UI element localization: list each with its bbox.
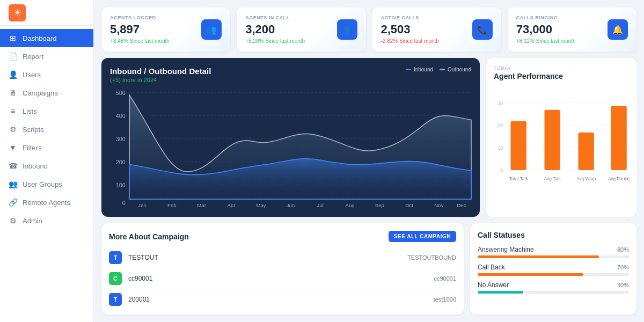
chart-title: Inbound / Outbound Detail xyxy=(110,67,211,76)
progress-bar-answering_machine xyxy=(478,255,629,258)
stat-change-agents_in_call: +5.20% Since last month xyxy=(245,38,305,44)
stat-icon-agents_in_call: 👤 xyxy=(337,19,357,40)
stat-value-agents_logged: 5,897 xyxy=(110,23,170,36)
call-statuses-section: Call Statuses Answering Machine 80% Call… xyxy=(470,223,636,314)
scripts-icon: ⚙ xyxy=(9,125,17,134)
sidebar-item-report[interactable]: 📄 Report xyxy=(0,47,93,65)
bottom-row: More About Campaign SEE ALL CAMPAIGN T T… xyxy=(101,223,636,314)
sidebar-item-user_groups[interactable]: 👥 User Groups xyxy=(0,175,93,193)
campaigns-icon: 🖥 xyxy=(9,89,17,97)
sidebar-item-campaigns[interactable]: 🖥 Campaigns xyxy=(0,84,93,102)
campaign-header: More About Campaign SEE ALL CAMPAIGN xyxy=(109,231,456,242)
sidebar-nav: ⊞ Dashboard📄 Report👤 Users🖥 Campaigns≡ L… xyxy=(0,26,93,322)
progress-fill-no_answer xyxy=(478,291,523,294)
stat-card-calls_ringing: CALLS RINGING 73,000 +8.12% Since last m… xyxy=(508,8,636,52)
table-row[interactable]: T 200001 test1000 xyxy=(109,289,456,307)
legend-inbound: Inbound xyxy=(406,67,433,72)
agent-performance-section: TODAY Agent Performance 30 20 10 0 xyxy=(486,58,636,217)
svg-text:Apr: Apr xyxy=(227,203,235,208)
logo-icon: ✳ xyxy=(9,4,26,21)
svg-text:30: 30 xyxy=(497,100,503,106)
stat-label-active_calls: ACTIVE CALLS xyxy=(381,15,439,20)
svg-text:500: 500 xyxy=(116,90,126,96)
sidebar-label-remote_agents: Remote Agents xyxy=(23,199,70,207)
sidebar-item-inbound[interactable]: ☎ Inbound xyxy=(0,157,93,175)
stat-card-active_calls: ACTIVE CALLS 2,503 -2.82% Since last mon… xyxy=(372,8,501,52)
sidebar: ✳ ⊞ Dashboard📄 Report👤 Users🖥 Campaigns≡… xyxy=(0,0,94,322)
svg-text:Avg Pause: Avg Pause xyxy=(608,176,630,181)
sidebar-label-dashboard: Dashboard xyxy=(23,34,57,42)
main-content: AGENTS LOGGED 5,897 +3.48% Since last mo… xyxy=(94,0,644,322)
sidebar-item-lists[interactable]: ≡ Lists xyxy=(0,102,93,120)
status-pct-answering_machine: 80% xyxy=(617,246,629,253)
campaign-outbound: cc90001 xyxy=(434,275,456,282)
svg-text:Nov: Nov xyxy=(434,203,443,208)
lists-icon: ≡ xyxy=(9,107,17,115)
sidebar-item-scripts[interactable]: ⚙ Scripts xyxy=(0,120,93,138)
sidebar-label-admin: Admin xyxy=(23,217,42,225)
chart-area: 500 400 300 200 100 0 Jan Feb Mar Apr Ma… xyxy=(110,86,471,208)
users-icon: 👤 xyxy=(9,70,17,79)
sidebar-item-admin[interactable]: ⚙ Admin xyxy=(0,211,93,230)
svg-text:10: 10 xyxy=(497,145,503,151)
see-all-campaign-button[interactable]: SEE ALL CAMPAIGN xyxy=(389,231,456,242)
campaign-table: T TESTOUT TESTOUTBOUND C cc90001 cc90001… xyxy=(109,247,456,307)
campaign-name: cc90001 xyxy=(128,275,427,282)
progress-bar-call_back xyxy=(478,273,629,276)
svg-text:Dec: Dec xyxy=(457,203,466,208)
sidebar-item-remote_agents[interactable]: 🔗 Remote Agents xyxy=(0,193,93,211)
svg-text:20: 20 xyxy=(497,123,503,128)
svg-text:Jun: Jun xyxy=(287,203,295,208)
filters-icon: ▼ xyxy=(9,143,17,152)
svg-text:Avg Wrap: Avg Wrap xyxy=(576,176,596,181)
user_groups-icon: 👥 xyxy=(9,180,17,188)
agent-performance-title: Agent Performance xyxy=(494,72,629,80)
progress-fill-call_back xyxy=(478,273,583,276)
sidebar-label-user_groups: User Groups xyxy=(23,180,62,188)
progress-bar-no_answer xyxy=(478,291,629,294)
table-row[interactable]: T TESTOUT TESTOUTBOUND xyxy=(109,247,456,268)
legend-outbound: Outbound xyxy=(440,67,471,72)
svg-text:Sep: Sep xyxy=(375,203,384,208)
call-statuses-list: Answering Machine 80% Call Back 70% No A… xyxy=(478,246,629,299)
stat-change-active_calls: -2.82% Since last month xyxy=(381,38,439,44)
sidebar-label-filters: Filters xyxy=(23,144,41,152)
svg-text:100: 100 xyxy=(116,182,126,189)
svg-rect-34 xyxy=(611,106,626,170)
inbound-icon: ☎ xyxy=(9,162,17,170)
campaign-outbound: test1000 xyxy=(434,296,456,303)
sidebar-item-users[interactable]: 👤 Users xyxy=(0,65,93,84)
sidebar-logo: ✳ xyxy=(0,0,93,26)
stat-value-agents_in_call: 3,200 xyxy=(245,23,305,36)
svg-text:0: 0 xyxy=(500,168,503,173)
stats-row: AGENTS LOGGED 5,897 +3.48% Since last mo… xyxy=(101,8,636,52)
sidebar-item-dashboard[interactable]: ⊞ Dashboard xyxy=(0,29,93,47)
status-name-answering_machine: Answering Machine xyxy=(478,246,534,253)
stat-card-agents_logged: AGENTS LOGGED 5,897 +3.48% Since last mo… xyxy=(101,8,230,52)
status-pct-call_back: 70% xyxy=(617,264,629,270)
stat-icon-calls_ringing: 🔔 xyxy=(608,19,628,40)
campaign-section: More About Campaign SEE ALL CAMPAIGN T T… xyxy=(101,223,464,314)
stat-icon-agents_logged: 👥 xyxy=(201,19,222,40)
campaign-title: More About Campaign xyxy=(109,232,189,241)
svg-text:300: 300 xyxy=(116,136,126,142)
admin-icon: ⚙ xyxy=(9,216,17,225)
svg-text:Avg Talk: Avg Talk xyxy=(544,176,561,181)
campaign-badge: T xyxy=(109,251,122,264)
stat-change-calls_ringing: +8.12% Since last month xyxy=(516,38,576,44)
status-name-call_back: Call Back xyxy=(478,264,505,271)
svg-text:Total Talk: Total Talk xyxy=(509,176,529,181)
sidebar-item-filters[interactable]: ▼ Filters xyxy=(0,138,93,157)
table-row[interactable]: C cc90001 cc90001 xyxy=(109,268,456,289)
status-item-no_answer: No Answer 30% xyxy=(478,281,629,294)
status-name-no_answer: No Answer xyxy=(478,281,509,289)
campaign-outbound: TESTOUTBOUND xyxy=(407,254,456,261)
today-label: TODAY xyxy=(494,65,629,71)
svg-text:Jul: Jul xyxy=(317,203,324,208)
campaign-badge: C xyxy=(109,272,122,285)
status-item-call_back: Call Back 70% xyxy=(478,264,629,276)
remote_agents-icon: 🔗 xyxy=(9,198,17,207)
stat-value-calls_ringing: 73,000 xyxy=(516,23,576,36)
chart-legend: Inbound Outbound xyxy=(406,67,471,72)
stat-label-agents_in_call: AGENTS IN CALL xyxy=(245,15,305,20)
